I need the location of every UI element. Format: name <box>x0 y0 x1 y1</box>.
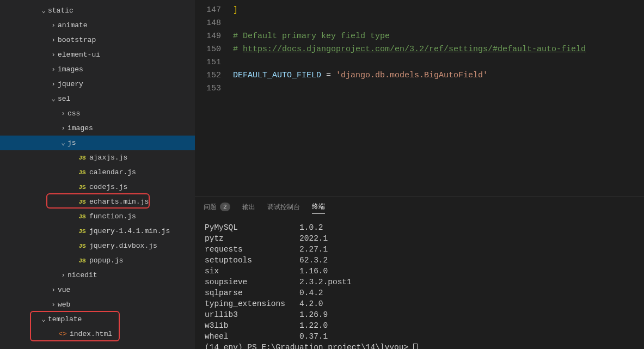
bottom-panel: 问题 2 输出 调试控制台 终端 PyMySQL 1.0.2pytz 2022.… <box>195 197 644 349</box>
tree-item-label: sel <box>58 95 70 103</box>
file-ajaxjs.js[interactable]: JSajaxjs.js <box>0 150 195 165</box>
line-number: 148 <box>195 19 233 28</box>
js-file-icon: JS <box>77 155 87 161</box>
folder-template[interactable]: ⌄template <box>0 312 195 327</box>
chevron-right-icon: › <box>59 125 68 132</box>
line-content: # Default primary key field type <box>233 32 390 41</box>
tab-debug-console-label: 调试控制台 <box>267 203 300 212</box>
folder-animate[interactable]: ›animate <box>0 18 195 33</box>
terminal-output[interactable]: PyMySQL 1.0.2pytz 2022.1requests 2.27.1s… <box>195 217 644 349</box>
chevron-right-icon: › <box>49 51 58 59</box>
file-jquery.divbox.js[interactable]: JSjquery.divbox.js <box>0 238 195 253</box>
code-line[interactable]: 152DEFAULT_AUTO_FIELD = 'django.db.model… <box>195 69 644 82</box>
tree-item-label: jquery.divbox.js <box>89 242 157 250</box>
tree-item-label: nicedit <box>68 271 97 279</box>
tree-item-label: echarts.min.js <box>89 198 149 206</box>
chevron-right-icon: › <box>59 110 68 118</box>
tree-item-label: calendar.js <box>89 168 136 176</box>
html-file-icon: <> <box>58 330 68 338</box>
tree-item-label: css <box>68 109 80 118</box>
tree-item-label: js <box>68 139 76 147</box>
js-file-icon: JS <box>77 184 87 191</box>
file-popup.js[interactable]: JSpopup.js <box>0 253 195 268</box>
folder-css[interactable]: ›css <box>0 106 195 121</box>
file-index.html[interactable]: <>index.html <box>0 327 195 341</box>
tab-problems-label: 问题 <box>204 203 217 212</box>
tree-item-label: vue <box>58 286 70 294</box>
tree-item-label: images <box>58 65 83 74</box>
folder-js[interactable]: ⌄js <box>0 136 195 150</box>
folder-element-ui[interactable]: ›element-ui <box>0 47 195 62</box>
code-line[interactable]: 150# https://docs.djangoproject.com/en/3… <box>195 42 644 56</box>
terminal-package-line: pytz 2022.1 <box>205 233 634 244</box>
js-file-icon: JS <box>77 258 87 264</box>
tab-terminal-label: 终端 <box>312 202 325 211</box>
folder-bootstrap[interactable]: ›bootstrap <box>0 33 195 47</box>
file-codejs.js[interactable]: JScodejs.js <box>0 180 195 194</box>
file-function.js[interactable]: JSfunction.js <box>0 209 195 224</box>
terminal-package-line: six 1.16.0 <box>205 266 634 277</box>
tab-output[interactable]: 输出 <box>242 200 255 214</box>
tree-item-label: index.html <box>70 330 112 338</box>
terminal-package-line: soupsieve 2.3.2.post1 <box>205 277 634 287</box>
terminal-package-line: setuptools 62.3.2 <box>205 255 634 266</box>
code-line[interactable]: 149# Default primary key field type <box>195 29 644 42</box>
tree-item-label: images <box>68 124 93 132</box>
code-line[interactable]: 148 <box>195 16 644 29</box>
chevron-down-icon: ⌄ <box>49 95 58 103</box>
line-content: DEFAULT_AUTO_FIELD = 'django.db.models.B… <box>233 71 488 80</box>
terminal-package-line: w3lib 1.22.0 <box>205 320 634 331</box>
code-line[interactable]: 153 <box>195 82 644 95</box>
terminal-package-line: PyMySQL 1.0.2 <box>205 222 634 233</box>
panel-tabs: 问题 2 输出 调试控制台 终端 <box>195 197 644 217</box>
tree-item-label: bootstrap <box>58 36 96 44</box>
tree-item-label: animate <box>58 21 88 29</box>
tab-debug-console[interactable]: 调试控制台 <box>267 200 300 214</box>
main-area: 147]148149# Default primary key field ty… <box>195 0 644 349</box>
js-file-icon: JS <box>77 169 87 176</box>
terminal-package-line: sqlparse 0.4.2 <box>205 287 634 298</box>
tree-item-label: codejs.js <box>89 183 127 191</box>
folder-nicedit[interactable]: ›nicedit <box>0 268 195 283</box>
js-file-icon: JS <box>77 243 87 249</box>
chevron-right-icon: › <box>59 272 68 279</box>
code-line[interactable]: 151 <box>195 56 644 69</box>
tree-item-label: ajaxjs.js <box>89 154 127 162</box>
chevron-right-icon: › <box>49 36 58 44</box>
folder-static[interactable]: ⌄static <box>0 3 195 18</box>
terminal-package-line: requests 2.27.1 <box>205 244 634 255</box>
folder-images[interactable]: ›images <box>0 62 195 77</box>
chevron-right-icon: › <box>49 301 58 309</box>
line-content: ] <box>233 5 238 15</box>
tree-item-label: static <box>48 7 73 15</box>
line-number: 150 <box>195 45 233 54</box>
folder-images[interactable]: ›images <box>0 121 195 136</box>
explorer-sidebar[interactable]: ⌄static›animate›bootstrap›element-ui›ima… <box>0 0 195 349</box>
tree-item-label: function.js <box>89 212 136 221</box>
tab-problems[interactable]: 问题 2 <box>204 200 230 214</box>
chevron-right-icon: › <box>49 286 58 294</box>
chevron-right-icon: › <box>49 81 58 88</box>
chevron-right-icon: › <box>49 22 58 29</box>
chevron-right-icon: › <box>49 66 58 74</box>
terminal-prompt[interactable]: (14_env) PS E:\Graduation_project\14\lvy… <box>205 342 634 349</box>
folder-sel[interactable]: ⌄sel <box>0 91 195 106</box>
file-echarts.min.js[interactable]: JSecharts.min.js <box>0 194 195 209</box>
file-calendar.js[interactable]: JScalendar.js <box>0 165 195 180</box>
js-file-icon: JS <box>77 213 87 220</box>
line-content: # https://docs.djangoproject.com/en/3.2/… <box>233 45 586 54</box>
tree-item-label: web <box>58 301 70 309</box>
tab-terminal[interactable]: 终端 <box>312 200 325 214</box>
cursor-icon <box>413 344 418 349</box>
code-editor[interactable]: 147]148149# Default primary key field ty… <box>195 0 644 197</box>
code-line[interactable]: 147] <box>195 3 644 16</box>
chevron-down-icon: ⌄ <box>39 7 48 15</box>
folder-web[interactable]: ›web <box>0 297 195 312</box>
folder-jquery[interactable]: ›jquery <box>0 77 195 91</box>
tab-output-label: 输出 <box>242 203 255 212</box>
js-file-icon: JS <box>77 199 87 205</box>
tree-item-label: template <box>48 315 82 323</box>
file-jquery-1.4.1.min.js[interactable]: JSjquery-1.4.1.min.js <box>0 224 195 238</box>
line-number: 153 <box>195 84 233 93</box>
folder-vue[interactable]: ›vue <box>0 283 195 297</box>
